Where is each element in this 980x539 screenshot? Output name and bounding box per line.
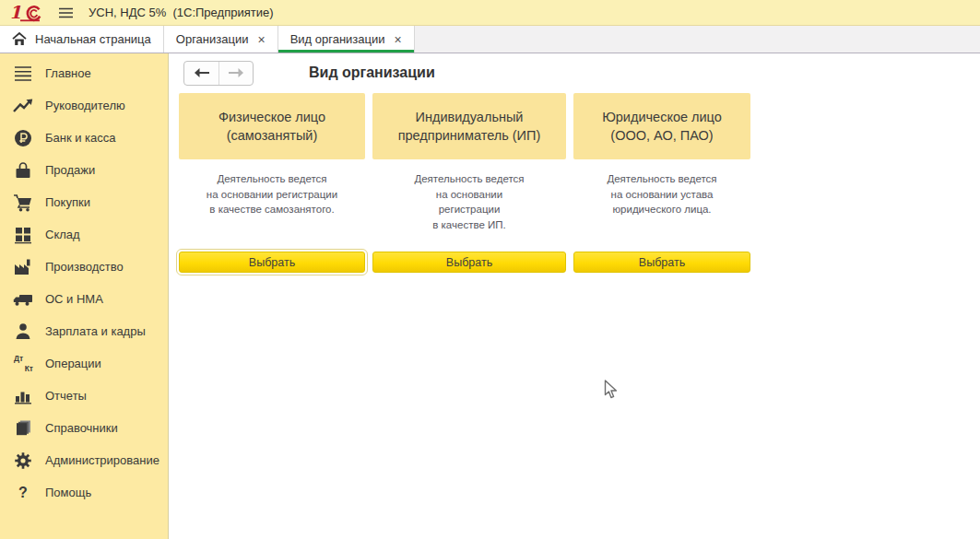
sidebar-item-salary[interactable]: Зарплата и кадры: [0, 315, 168, 347]
sidebar-item-administration[interactable]: Администрирование: [0, 444, 168, 476]
trend-up-icon: [12, 95, 34, 117]
main-content: Вид организации Физическое лицо (самозан…: [170, 53, 980, 539]
sidebar-item-manager[interactable]: Руководителю: [0, 89, 168, 122]
ruble-coin-icon: [12, 127, 34, 149]
org-type-individual-selfemployed: Физическое лицо (самозанятый) Деятельнос…: [179, 93, 365, 273]
main-menu-icon[interactable]: [58, 6, 74, 19]
svg-text:1: 1: [9, 3, 21, 22]
warehouse-icon: [12, 224, 34, 246]
bar-chart-icon: [12, 385, 34, 407]
sidebar-item-fixed-assets[interactable]: ОС и НМА: [0, 283, 168, 315]
factory-icon: [12, 256, 34, 278]
books-icon: [12, 417, 34, 439]
tab-organizations-label: Организации: [176, 32, 249, 46]
history-buttons: [183, 61, 254, 86]
tab-bar: Начальная страница Организации × Вид орг…: [0, 26, 980, 53]
tab-org-type[interactable]: Вид организации ×: [278, 26, 415, 53]
cart-icon: [12, 192, 34, 214]
sidebar-item-reports[interactable]: Отчеты: [0, 380, 168, 412]
menu-lines-icon: [12, 63, 34, 85]
bag-icon: [12, 159, 34, 182]
topbar: 1 УСН, НДС 5% (1С:Предприятие): [0, 0, 980, 26]
sidebar-item-sales[interactable]: Продажи: [0, 154, 168, 186]
question-icon: ?: [12, 482, 34, 504]
org-type-columns: Физическое лицо (самозанятый) Деятельнос…: [170, 93, 980, 273]
sidebar-item-purchases[interactable]: Покупки: [0, 186, 168, 218]
select-entrepreneur-button[interactable]: Выбрать: [372, 252, 566, 273]
card-description: Деятельность ведется на основании регист…: [372, 171, 566, 252]
back-button[interactable]: [184, 62, 218, 85]
org-type-legal-entity: Юридическое лицо (ООО, АО, ПАО) Деятельн…: [573, 93, 750, 273]
tab-home[interactable]: Начальная страница: [0, 26, 164, 53]
sidebar-item-production[interactable]: Производство: [0, 251, 168, 283]
card-description: Деятельность ведется на основании регист…: [179, 171, 365, 252]
app-window: 1 УСН, НДС 5% (1С:Предприятие) Начальная…: [0, 0, 980, 539]
sidebar-item-help[interactable]: ? Помощь: [0, 476, 168, 509]
truck-icon: [12, 288, 34, 311]
debit-credit-icon: Дт Кт: [12, 353, 34, 375]
close-icon[interactable]: ×: [257, 33, 265, 46]
select-legal-entity-button[interactable]: Выбрать: [573, 252, 750, 273]
gear-icon: [12, 450, 34, 472]
close-icon[interactable]: ×: [395, 33, 402, 46]
card-heading: Юридическое лицо (ООО, АО, ПАО): [573, 93, 750, 159]
tab-org-type-label: Вид организации: [290, 32, 385, 46]
sidebar: Главное Руководителю Банк и касса: [0, 53, 169, 539]
tab-organizations[interactable]: Организации ×: [164, 26, 278, 53]
sidebar-item-main[interactable]: Главное: [0, 57, 168, 89]
arrow-left-icon: [194, 67, 210, 78]
select-selfemployed-button[interactable]: Выбрать: [179, 252, 365, 273]
tab-home-label: Начальная страница: [35, 32, 151, 46]
card-heading: Индивидуальный предприниматель (ИП): [372, 93, 566, 159]
forward-button[interactable]: [218, 62, 253, 85]
navigation-row: Вид организации: [170, 53, 980, 92]
arrow-right-icon: [228, 67, 244, 78]
card-description: Деятельность ведется на основании устава…: [573, 171, 750, 252]
sidebar-item-directories[interactable]: Справочники: [0, 412, 168, 444]
sidebar-item-bank[interactable]: Банк и касса: [0, 122, 168, 154]
person-icon: [12, 321, 34, 343]
sidebar-item-warehouse[interactable]: Склад: [0, 218, 168, 251]
1c-logo-icon: 1: [8, 3, 45, 23]
org-type-entrepreneur: Индивидуальный предприниматель (ИП) Деят…: [372, 93, 566, 273]
app-title: УСН, НДС 5% (1С:Предприятие): [89, 6, 273, 19]
sidebar-item-operations[interactable]: Дт Кт Операции: [0, 347, 168, 380]
card-heading: Физическое лицо (самозанятый): [179, 93, 365, 159]
home-icon: [12, 32, 27, 46]
page-title: Вид организации: [309, 64, 435, 81]
